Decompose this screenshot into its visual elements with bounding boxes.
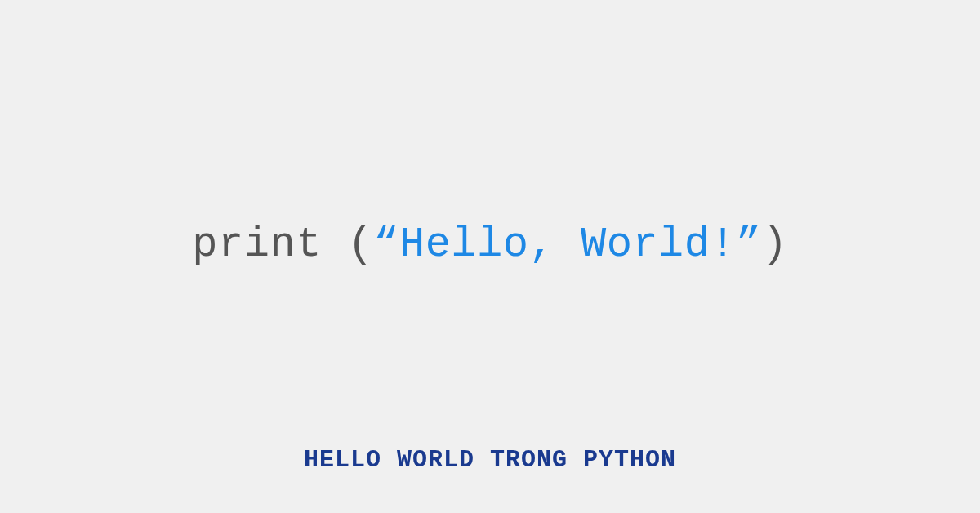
code-string-open-quote: “ bbox=[373, 221, 399, 269]
code-string-content: Hello, World! bbox=[399, 221, 736, 269]
caption-text: HELLO WORLD TRONG PYTHON bbox=[304, 446, 676, 474]
code-snippet: print (“Hello, World!”) bbox=[192, 221, 787, 269]
code-open-paren: ( bbox=[348, 221, 374, 269]
code-close-paren: ) bbox=[762, 221, 788, 269]
code-space bbox=[322, 221, 348, 269]
code-keyword: print bbox=[192, 221, 322, 269]
code-string-close-quote: ” bbox=[736, 221, 762, 269]
